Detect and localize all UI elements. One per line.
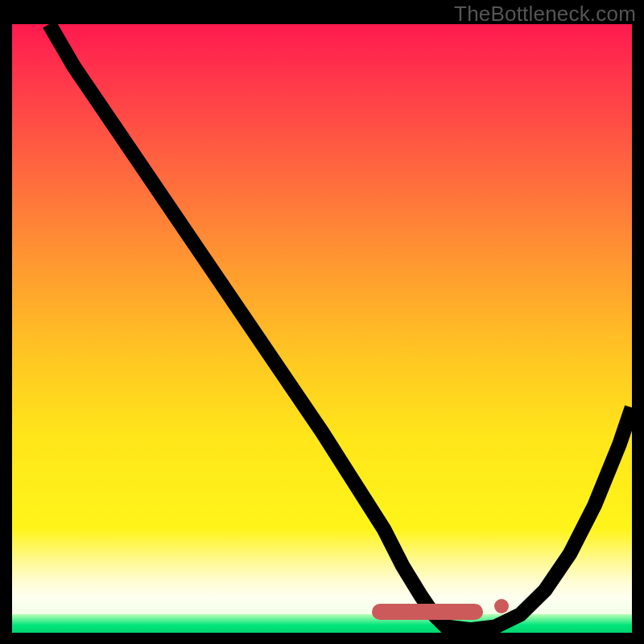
curve-svg [12, 24, 632, 633]
bottleneck-curve-path [49, 24, 632, 630]
optimal-range-bar [372, 604, 484, 620]
watermark-text: TheBottleneck.com [454, 2, 636, 27]
chart-frame: TheBottleneck.com [0, 0, 644, 644]
optimal-range-endpoint-dot [494, 599, 509, 613]
plot-area [12, 24, 632, 633]
